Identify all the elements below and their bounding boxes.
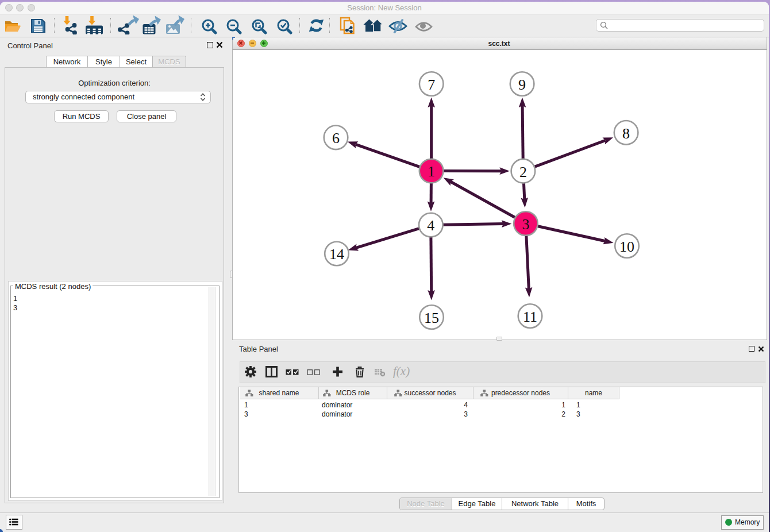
svg-text:11: 11 [523, 309, 537, 325]
svg-text:3: 3 [522, 216, 529, 233]
svg-text:2: 2 [519, 164, 527, 180]
svg-text:4: 4 [427, 217, 434, 234]
svg-text:7: 7 [428, 76, 435, 93]
svg-text:9: 9 [518, 76, 526, 93]
svg-text:14: 14 [329, 246, 344, 263]
svg-text:10: 10 [619, 238, 634, 255]
svg-text:6: 6 [332, 130, 340, 147]
svg-text:8: 8 [622, 125, 630, 142]
svg-text:1: 1 [428, 163, 435, 180]
svg-text:15: 15 [424, 310, 439, 326]
